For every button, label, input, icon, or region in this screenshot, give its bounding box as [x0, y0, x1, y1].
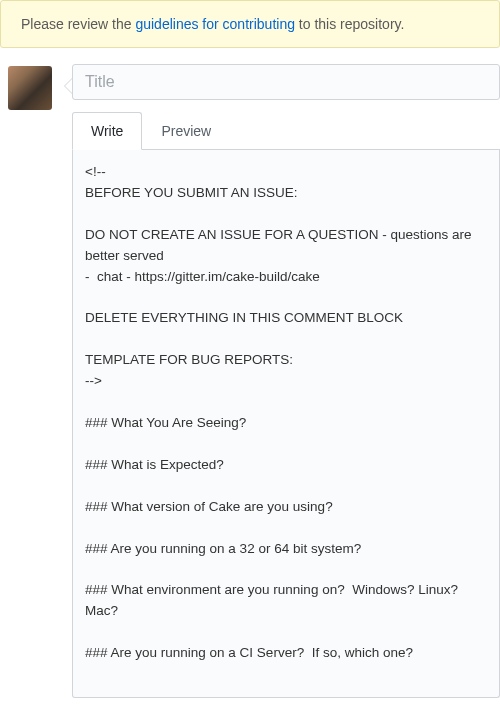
editor-body: [72, 150, 500, 698]
compose-area: Write Preview: [72, 64, 500, 698]
tab-preview[interactable]: Preview: [142, 112, 230, 149]
compose-row: Write Preview: [0, 64, 500, 698]
speech-arrow-icon: [64, 78, 72, 94]
avatar[interactable]: [8, 66, 52, 110]
tab-write[interactable]: Write: [72, 112, 142, 150]
guidelines-link[interactable]: guidelines for contributing: [135, 16, 295, 32]
notice-suffix: to this repository.: [295, 16, 404, 32]
contributing-notice: Please review the guidelines for contrib…: [0, 0, 500, 48]
issue-body-textarea[interactable]: [85, 162, 487, 682]
editor-tabs: Write Preview: [72, 112, 500, 150]
notice-prefix: Please review the: [21, 16, 135, 32]
issue-title-input[interactable]: [72, 64, 500, 100]
